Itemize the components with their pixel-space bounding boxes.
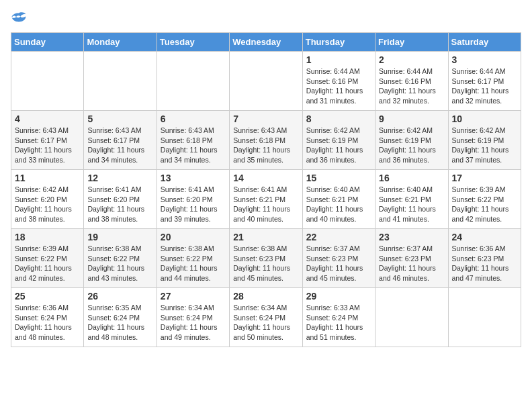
day-number: 12	[87, 173, 152, 183]
calendar-cell: 2Sunrise: 6:44 AM Sunset: 6:16 PM Daylig…	[375, 52, 448, 111]
day-info: Sunrise: 6:37 AM Sunset: 6:23 PM Dayligh…	[379, 244, 444, 283]
calendar-cell: 10Sunrise: 6:42 AM Sunset: 6:19 PM Dayli…	[448, 111, 521, 170]
day-info: Sunrise: 6:39 AM Sunset: 6:22 PM Dayligh…	[15, 244, 80, 283]
calendar-cell: 8Sunrise: 6:42 AM Sunset: 6:19 PM Daylig…	[302, 111, 375, 170]
column-header-tuesday: Tuesday	[157, 33, 229, 52]
day-number: 13	[161, 173, 226, 183]
day-number: 16	[379, 173, 444, 183]
day-info: Sunrise: 6:41 AM Sunset: 6:20 PM Dayligh…	[161, 185, 226, 224]
day-number: 17	[452, 173, 517, 183]
day-number: 27	[161, 291, 226, 302]
column-header-friday: Friday	[375, 33, 448, 52]
calendar-week-row: 18Sunrise: 6:39 AM Sunset: 6:22 PM Dayli…	[11, 229, 521, 288]
calendar-cell: 22Sunrise: 6:37 AM Sunset: 6:23 PM Dayli…	[302, 229, 375, 288]
day-number: 2	[379, 54, 444, 65]
day-number: 23	[379, 232, 444, 242]
day-info: Sunrise: 6:38 AM Sunset: 6:23 PM Dayligh…	[233, 244, 298, 283]
calendar-cell: 9Sunrise: 6:42 AM Sunset: 6:19 PM Daylig…	[375, 111, 448, 170]
calendar-cell: 6Sunrise: 6:43 AM Sunset: 6:18 PM Daylig…	[157, 111, 229, 170]
day-info: Sunrise: 6:44 AM Sunset: 6:16 PM Dayligh…	[379, 66, 444, 106]
day-number: 6	[161, 113, 226, 124]
calendar-cell: 11Sunrise: 6:42 AM Sunset: 6:20 PM Dayli…	[11, 170, 84, 229]
day-info: Sunrise: 6:42 AM Sunset: 6:19 PM Dayligh…	[452, 126, 517, 165]
calendar-cell: 24Sunrise: 6:36 AM Sunset: 6:23 PM Dayli…	[448, 229, 521, 288]
day-info: Sunrise: 6:43 AM Sunset: 6:17 PM Dayligh…	[87, 126, 152, 165]
day-number: 1	[306, 54, 371, 65]
column-header-sunday: Sunday	[11, 33, 84, 52]
calendar-cell: 29Sunrise: 6:33 AM Sunset: 6:24 PM Dayli…	[302, 288, 375, 347]
day-number: 24	[452, 232, 517, 242]
day-info: Sunrise: 6:34 AM Sunset: 6:24 PM Dayligh…	[161, 303, 226, 342]
day-info: Sunrise: 6:34 AM Sunset: 6:24 PM Dayligh…	[233, 303, 298, 342]
calendar-cell	[157, 52, 229, 111]
calendar-cell: 1Sunrise: 6:44 AM Sunset: 6:16 PM Daylig…	[302, 52, 375, 111]
day-info: Sunrise: 6:39 AM Sunset: 6:22 PM Dayligh…	[452, 185, 517, 224]
calendar-cell: 12Sunrise: 6:41 AM Sunset: 6:20 PM Dayli…	[84, 170, 157, 229]
day-info: Sunrise: 6:43 AM Sunset: 6:18 PM Dayligh…	[161, 126, 226, 165]
day-info: Sunrise: 6:38 AM Sunset: 6:22 PM Dayligh…	[87, 244, 152, 283]
calendar-cell: 25Sunrise: 6:36 AM Sunset: 6:24 PM Dayli…	[11, 288, 84, 347]
calendar-table: SundayMondayTuesdayWednesdayThursdayFrid…	[11, 32, 521, 347]
day-info: Sunrise: 6:40 AM Sunset: 6:21 PM Dayligh…	[379, 185, 444, 224]
day-number: 22	[306, 232, 371, 242]
calendar-cell: 21Sunrise: 6:38 AM Sunset: 6:23 PM Dayli…	[230, 229, 302, 288]
day-number: 8	[306, 113, 371, 124]
calendar-week-row: 1Sunrise: 6:44 AM Sunset: 6:16 PM Daylig…	[11, 52, 521, 111]
day-number: 7	[233, 113, 298, 124]
day-number: 5	[87, 113, 152, 124]
day-number: 19	[87, 232, 152, 242]
day-number: 20	[161, 232, 226, 242]
day-number: 10	[452, 113, 517, 124]
day-number: 14	[233, 173, 298, 183]
calendar-week-row: 25Sunrise: 6:36 AM Sunset: 6:24 PM Dayli…	[11, 288, 521, 347]
calendar-header-row: SundayMondayTuesdayWednesdayThursdayFrid…	[11, 33, 521, 52]
day-info: Sunrise: 6:36 AM Sunset: 6:23 PM Dayligh…	[452, 244, 517, 283]
calendar-cell	[375, 288, 448, 347]
day-number: 25	[15, 291, 80, 302]
calendar-cell: 20Sunrise: 6:38 AM Sunset: 6:22 PM Dayli…	[157, 229, 229, 288]
day-info: Sunrise: 6:33 AM Sunset: 6:24 PM Dayligh…	[306, 303, 371, 342]
calendar-cell: 16Sunrise: 6:40 AM Sunset: 6:21 PM Dayli…	[375, 170, 448, 229]
day-number: 15	[306, 173, 371, 183]
calendar-cell: 4Sunrise: 6:43 AM Sunset: 6:17 PM Daylig…	[11, 111, 84, 170]
day-number: 21	[233, 232, 298, 242]
calendar-cell	[11, 52, 84, 111]
calendar-cell: 15Sunrise: 6:40 AM Sunset: 6:21 PM Dayli…	[302, 170, 375, 229]
day-number: 28	[233, 291, 298, 302]
calendar-week-row: 11Sunrise: 6:42 AM Sunset: 6:20 PM Dayli…	[11, 170, 521, 229]
day-number: 3	[452, 54, 517, 65]
calendar-cell: 23Sunrise: 6:37 AM Sunset: 6:23 PM Dayli…	[375, 229, 448, 288]
day-info: Sunrise: 6:43 AM Sunset: 6:17 PM Dayligh…	[15, 126, 80, 165]
day-number: 4	[15, 113, 80, 124]
calendar-cell: 18Sunrise: 6:39 AM Sunset: 6:22 PM Dayli…	[11, 229, 84, 288]
day-number: 11	[15, 173, 80, 183]
calendar-cell: 27Sunrise: 6:34 AM Sunset: 6:24 PM Dayli…	[157, 288, 229, 347]
calendar-cell: 14Sunrise: 6:41 AM Sunset: 6:21 PM Dayli…	[230, 170, 302, 229]
column-header-saturday: Saturday	[448, 33, 521, 52]
day-info: Sunrise: 6:44 AM Sunset: 6:16 PM Dayligh…	[306, 66, 371, 106]
day-number: 18	[15, 232, 80, 242]
day-info: Sunrise: 6:42 AM Sunset: 6:20 PM Dayligh…	[15, 185, 80, 224]
calendar-cell: 13Sunrise: 6:41 AM Sunset: 6:20 PM Dayli…	[157, 170, 229, 229]
day-info: Sunrise: 6:37 AM Sunset: 6:23 PM Dayligh…	[306, 244, 371, 283]
day-info: Sunrise: 6:41 AM Sunset: 6:20 PM Dayligh…	[87, 185, 152, 224]
column-header-monday: Monday	[84, 33, 157, 52]
logo-graphic	[11, 11, 27, 27]
day-info: Sunrise: 6:44 AM Sunset: 6:17 PM Dayligh…	[452, 66, 517, 106]
day-info: Sunrise: 6:36 AM Sunset: 6:24 PM Dayligh…	[15, 303, 80, 342]
calendar-week-row: 4Sunrise: 6:43 AM Sunset: 6:17 PM Daylig…	[11, 111, 521, 170]
calendar-cell: 3Sunrise: 6:44 AM Sunset: 6:17 PM Daylig…	[448, 52, 521, 111]
day-number: 9	[379, 113, 444, 124]
day-info: Sunrise: 6:41 AM Sunset: 6:21 PM Dayligh…	[233, 185, 298, 224]
day-info: Sunrise: 6:40 AM Sunset: 6:21 PM Dayligh…	[306, 185, 371, 224]
day-number: 29	[306, 291, 371, 302]
calendar-cell: 17Sunrise: 6:39 AM Sunset: 6:22 PM Dayli…	[448, 170, 521, 229]
logo	[11, 11, 30, 27]
page-header	[11, 11, 521, 27]
calendar-cell: 26Sunrise: 6:35 AM Sunset: 6:24 PM Dayli…	[84, 288, 157, 347]
calendar-cell	[230, 52, 302, 111]
calendar-cell: 5Sunrise: 6:43 AM Sunset: 6:17 PM Daylig…	[84, 111, 157, 170]
day-info: Sunrise: 6:35 AM Sunset: 6:24 PM Dayligh…	[87, 303, 152, 342]
day-info: Sunrise: 6:38 AM Sunset: 6:22 PM Dayligh…	[161, 244, 226, 283]
calendar-cell: 28Sunrise: 6:34 AM Sunset: 6:24 PM Dayli…	[230, 288, 302, 347]
